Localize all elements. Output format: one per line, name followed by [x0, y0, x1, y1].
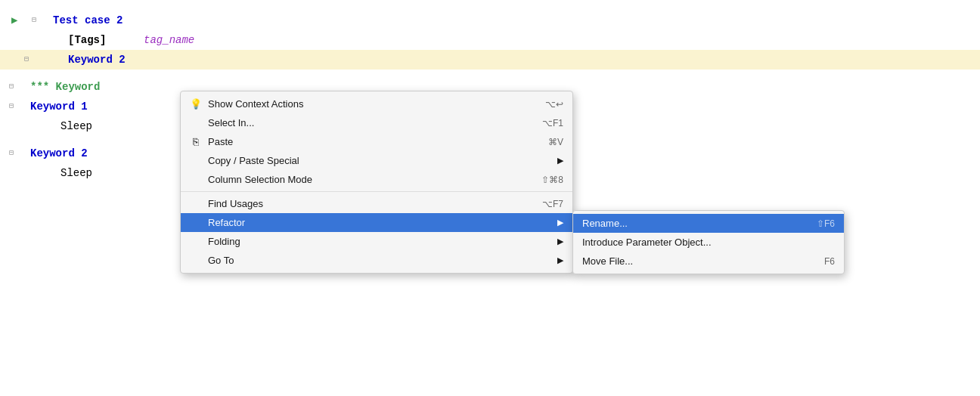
menu-item-find-usages[interactable]: Find Usages ⌥F7 — [181, 194, 572, 213]
arrow-icon-go-to: ▶ — [557, 255, 563, 265]
code-line-test-case: ▶ ⊟ Test case 2 — [45, 11, 980, 30]
submenu-item-introduce-param[interactable]: Introduce Parameter Object... — [573, 233, 844, 252]
menu-separator-1 — [181, 191, 572, 192]
keyword-star-label: *** Keyword — [30, 77, 100, 97]
keyword1-label: Keyword 1 — [30, 97, 88, 116]
code-line-tags: [Tags] tag_name — [45, 30, 980, 50]
test-case-label: Test case 2 — [53, 11, 122, 30]
gap-line — [45, 70, 980, 77]
menu-label-find-usages: Find Usages — [208, 198, 527, 209]
submenu-refactor: Rename... ⇧F6 Introduce Parameter Object… — [572, 210, 845, 274]
context-menu: 💡 Show Context Actions ⌥↩ Select In... ⌥… — [180, 91, 573, 274]
sleep2-label: Sleep — [60, 163, 92, 183]
menu-item-column-selection[interactable]: Column Selection Mode ⇧⌘8 — [181, 170, 572, 189]
fold-icon-test-case[interactable]: ⊟ — [29, 15, 39, 26]
fold-icon-star[interactable]: ⊟ — [6, 82, 17, 92]
menu-label-go-to: Go To — [208, 255, 550, 266]
menu-label-refactor: Refactor — [208, 217, 550, 228]
play-icon[interactable]: ▶ — [11, 11, 17, 30]
menu-label-copy-paste-special: Copy / Paste Special — [208, 155, 550, 166]
menu-item-go-to[interactable]: Go To ▶ — [181, 251, 572, 270]
shortcut-paste: ⌘V — [548, 137, 563, 147]
code-line-keyword2-highlighted: ⊟ Keyword 2 — [0, 50, 980, 70]
submenu-label-rename: Rename... — [582, 218, 802, 229]
menu-item-copy-paste-special[interactable]: Copy / Paste Special ▶ — [181, 151, 572, 170]
submenu-label-introduce-param: Introduce Parameter Object... — [582, 237, 820, 248]
submenu-item-move-file[interactable]: Move File... F6 — [573, 252, 844, 271]
menu-label-show-context-actions: Show Context Actions — [208, 98, 530, 110]
menu-item-select-in[interactable]: Select In... ⌥F1 — [181, 113, 572, 132]
menu-label-paste: Paste — [208, 136, 533, 147]
sleep1-label: Sleep — [60, 116, 92, 136]
shortcut-column-selection: ⇧⌘8 — [541, 175, 563, 185]
fold-icon-kw2-def[interactable]: ⊟ — [6, 148, 17, 159]
shortcut-select-in: ⌥F1 — [542, 118, 563, 128]
tags-keyword: [Tags] — [68, 30, 106, 50]
menu-label-column-selection: Column Selection Mode — [208, 174, 526, 185]
submenu-shortcut-rename: ⇧F6 — [817, 218, 835, 229]
menu-label-select-in: Select In... — [208, 117, 527, 128]
menu-item-folding[interactable]: Folding ▶ — [181, 232, 572, 251]
tag-name-value: tag_name — [144, 30, 194, 50]
shortcut-find-usages: ⌥F7 — [542, 199, 563, 209]
keyword2-def-label: Keyword 2 — [30, 144, 88, 163]
shortcut-show-context-actions: ⌥↩ — [545, 99, 563, 110]
menu-item-paste[interactable]: ⎘ Paste ⌘V — [181, 132, 572, 151]
paste-icon: ⎘ — [188, 136, 203, 147]
arrow-icon-refactor: ▶ — [557, 218, 563, 227]
submenu-label-move-file: Move File... — [582, 255, 809, 267]
keyword2-call: Keyword 2 — [68, 50, 126, 70]
submenu-item-rename[interactable]: Rename... ⇧F6 — [573, 214, 844, 233]
menu-label-folding: Folding — [208, 236, 550, 247]
submenu-shortcut-move-file: F6 — [824, 256, 835, 267]
menu-item-refactor[interactable]: Refactor ▶ Rename... ⇧F6 Introduce Param… — [181, 213, 572, 232]
arrow-icon-folding: ▶ — [557, 237, 563, 246]
arrow-icon-copy-paste: ▶ — [557, 156, 563, 166]
lightbulb-icon: 💡 — [188, 98, 203, 110]
fold-icon-kw1[interactable]: ⊟ — [6, 101, 17, 112]
menu-item-show-context-actions[interactable]: 💡 Show Context Actions ⌥↩ — [181, 94, 572, 113]
fold-icon-kw2[interactable]: ⊟ — [21, 54, 32, 65]
